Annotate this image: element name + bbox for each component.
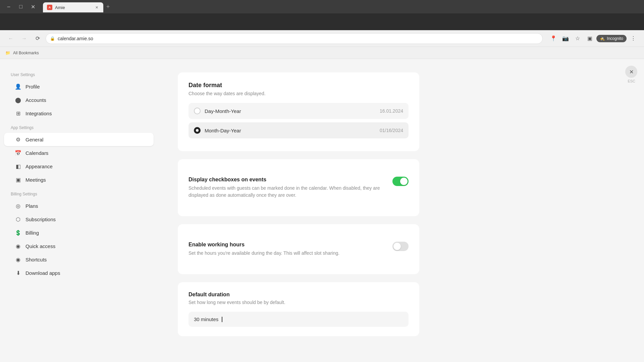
date-format-mdy-value: 01/16/2024 (380, 128, 403, 133)
billing-settings-label: Billing Settings (0, 189, 158, 199)
default-duration-section: Default duration Set how long new events… (178, 282, 419, 336)
sidebar-item-label: Billing (25, 230, 39, 236)
sidebar-item-integrations[interactable]: ⊞ Integrations (4, 107, 154, 120)
sidebar-item-label: General (25, 137, 43, 142)
back-button[interactable]: ← (5, 33, 16, 44)
working-hours-row: Enable working hours Set the hours you'r… (189, 234, 409, 265)
sidebar-item-label: Profile (25, 84, 40, 89)
date-format-dmy-label: Day-Month-Year (205, 108, 241, 114)
download-apps-icon: ⬇ (15, 269, 21, 276)
sidebar-toggle-button[interactable]: ▣ (584, 33, 595, 44)
working-hours-toggle[interactable] (392, 242, 409, 251)
sidebar-item-label: Appearance (25, 164, 53, 169)
maximize-button[interactable]: □ (16, 2, 25, 11)
working-hours-desc: Set the hours you're available during th… (189, 250, 384, 257)
sidebar-item-label: Accounts (25, 97, 46, 103)
date-format-mdy-label: Month-Day-Year (205, 128, 241, 133)
default-duration-title: Default duration (189, 292, 409, 298)
radio-circle-dmy (194, 108, 201, 114)
toggle-knob-working (393, 243, 401, 250)
radio-circle-mdy (194, 127, 201, 134)
sidebar-item-accounts[interactable]: ⬤ Accounts (4, 93, 154, 107)
window-controls: – □ ✕ (4, 2, 38, 11)
sidebar-item-label: Integrations (25, 111, 52, 116)
esc-label: ESC (628, 79, 635, 83)
screenshot-button[interactable]: 📷 (560, 33, 571, 44)
sidebar-item-appearance[interactable]: ◧ Appearance (4, 160, 154, 173)
nav-bar: ← → ⟳ 🔒 calendar.amie.so 📍 📷 ☆ ▣ 🕵 Incog… (0, 30, 644, 47)
sidebar-item-label: Subscriptions (25, 217, 56, 222)
date-format-title: Date format (189, 82, 409, 89)
sidebar: User Settings 👤 Profile ⬤ Accounts ⊞ Int… (0, 59, 158, 362)
incognito-label: Incognito (607, 36, 623, 41)
quick-access-icon: ◉ (15, 243, 21, 249)
billing-icon: 💲 (15, 229, 21, 236)
url-text: calendar.amie.so (58, 36, 93, 41)
new-tab-button[interactable]: + (103, 2, 113, 11)
date-format-dmy-value: 16.01.2024 (380, 108, 403, 114)
menu-button[interactable]: ⋮ (628, 33, 639, 44)
bookmarks-folder-icon: 📁 (5, 51, 10, 55)
main-content: ✕ ESC Date format Choose the way dates a… (158, 59, 644, 362)
working-hours-section: Enable working hours Set the hours you'r… (178, 224, 419, 274)
shortcuts-icon: ◉ (15, 256, 21, 263)
date-format-dmy-option[interactable]: Day-Month-Year 16.01.2024 (189, 103, 409, 119)
sidebar-item-subscriptions[interactable]: ⬡ Subscriptions (4, 213, 154, 226)
tab-close-button[interactable]: ✕ (94, 5, 99, 10)
display-checkboxes-text: Display checkboxes on events Scheduled e… (189, 177, 392, 199)
close-settings-button[interactable]: ✕ (625, 66, 637, 78)
sidebar-item-shortcuts[interactable]: ◉ Shortcuts (4, 253, 154, 266)
calendars-icon: 📅 (15, 149, 21, 156)
default-duration-subtitle: Set how long new events should be by def… (189, 300, 409, 305)
sidebar-item-label: Download apps (25, 270, 60, 276)
incognito-badge: 🕵 Incognito (596, 35, 627, 42)
location-button[interactable]: 📍 (548, 33, 559, 44)
date-format-subtitle: Choose the way dates are displayed. (189, 91, 409, 96)
bookmarks-bar: 📁 All Bookmarks (0, 47, 644, 59)
sidebar-item-quick-access[interactable]: ◉ Quick access (4, 239, 154, 253)
integrations-icon: ⊞ (15, 110, 21, 117)
working-hours-text: Enable working hours Set the hours you'r… (189, 242, 392, 257)
meetings-icon: ▣ (15, 176, 21, 183)
sidebar-item-download-apps[interactable]: ⬇ Download apps (4, 266, 154, 280)
radio-left-dmy: Day-Month-Year (194, 108, 241, 114)
date-format-section: Date format Choose the way dates are dis… (178, 72, 419, 151)
profile-icon: 👤 (15, 83, 21, 90)
text-cursor (222, 317, 222, 322)
plans-icon: ◎ (15, 202, 21, 209)
toggle-knob (400, 178, 408, 185)
appearance-icon: ◧ (15, 163, 21, 170)
app-container: User Settings 👤 Profile ⬤ Accounts ⊞ Int… (0, 59, 644, 362)
user-settings-label: User Settings (0, 70, 158, 80)
display-checkboxes-toggle[interactable] (392, 177, 409, 186)
bookmark-button[interactable]: ☆ (572, 33, 583, 44)
accounts-icon: ⬤ (15, 97, 21, 103)
sidebar-item-label: Calendars (25, 150, 48, 156)
general-icon: ⚙ (15, 136, 21, 143)
forward-button[interactable]: → (19, 33, 30, 44)
display-checkboxes-desc: Scheduled events with guests can be mark… (189, 185, 384, 199)
sidebar-item-billing[interactable]: 💲 Billing (4, 226, 154, 239)
sidebar-item-label: Plans (25, 203, 38, 209)
browser-tab[interactable]: A Amie ✕ (43, 2, 103, 12)
refresh-button[interactable]: ⟳ (32, 33, 43, 44)
display-checkboxes-section: Display checkboxes on events Scheduled e… (178, 159, 419, 216)
sidebar-item-plans[interactable]: ◎ Plans (4, 199, 154, 213)
nav-actions: 📍 📷 ☆ ▣ 🕵 Incognito ⋮ (548, 33, 639, 44)
sidebar-item-label: Quick access (25, 243, 55, 249)
sidebar-item-profile[interactable]: 👤 Profile (4, 80, 154, 93)
display-checkboxes-title: Display checkboxes on events (189, 177, 384, 183)
minimize-button[interactable]: – (4, 2, 13, 11)
address-bar[interactable]: 🔒 calendar.amie.so (46, 33, 543, 44)
tab-favicon: A (47, 5, 52, 10)
lock-icon: 🔒 (50, 36, 55, 41)
bookmarks-label: All Bookmarks (13, 51, 39, 55)
duration-input[interactable]: 30 minutes (189, 312, 409, 327)
sidebar-item-label: Shortcuts (25, 257, 47, 262)
sidebar-item-general[interactable]: ⚙ General (4, 133, 154, 146)
duration-value: 30 minutes (194, 316, 218, 322)
sidebar-item-meetings[interactable]: ▣ Meetings (4, 173, 154, 186)
sidebar-item-calendars[interactable]: 📅 Calendars (4, 146, 154, 160)
date-format-mdy-option[interactable]: Month-Day-Year 01/16/2024 (189, 122, 409, 138)
window-close-button[interactable]: ✕ (28, 2, 38, 11)
